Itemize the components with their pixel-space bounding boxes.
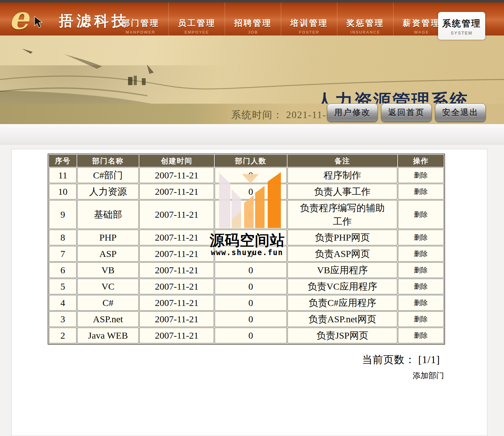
table-row: 4 C# 2007-11-21 0 负责C#应用程序 删除 <box>49 295 444 311</box>
cell-remark: 负责ASP网页 <box>287 246 397 262</box>
cell-created: 2007-11-21 <box>139 311 214 327</box>
nav-label: 招聘管理 <box>225 18 281 29</box>
cell-dept-name: PHP <box>77 230 139 245</box>
delete-link[interactable]: 删除 <box>414 210 428 218</box>
nav-sublabel: JOB <box>225 30 281 35</box>
return-home-button[interactable]: 返回首页 <box>381 103 432 122</box>
cell-created: 2007-11-21 <box>139 246 214 262</box>
delete-link[interactable]: 删除 <box>414 331 428 339</box>
pagination: 当前页数： [1/1] <box>362 353 440 367</box>
safe-logout-button[interactable]: 安全退出 <box>435 103 486 122</box>
cell-headcount: 0 <box>215 230 287 245</box>
table-row: 3 ASP.net 2007-11-21 0 负责ASP.net网页 删除 <box>49 311 444 327</box>
cell-headcount: 0 <box>215 279 287 294</box>
cell-dept-name: VC <box>77 279 139 294</box>
nav-label: 奖惩管理 <box>337 18 393 29</box>
nav-sublabel: EMPOYEE <box>169 30 225 35</box>
cell-remark: 程序制作 <box>287 167 397 183</box>
cell-created: 2007-11-21 <box>139 230 214 245</box>
table-row: 9 基础部 2007-11-21 0 负责程序编写的辅助工作 删除 <box>49 200 444 229</box>
top-nav-bar: e 捂滤科技 部门管理 MANPOWER 员工管理 EMPOYEE 招聘管理 J… <box>0 0 504 35</box>
cell-action: 删除 <box>398 262 444 278</box>
cell-created: 2007-11-21 <box>139 328 214 343</box>
breadcrumb-bar: 部门管理>部门查询 <box>0 124 504 144</box>
cell-dept-name: ASP <box>77 246 139 262</box>
cell-remark: 负责C#应用程序 <box>287 295 397 311</box>
delete-link[interactable]: 删除 <box>414 250 428 258</box>
cell-headcount: 0 <box>215 200 287 229</box>
cell-seq: 5 <box>49 279 77 294</box>
cell-remark: 负责程序编写的辅助工作 <box>287 200 397 229</box>
cell-seq: 7 <box>49 246 77 262</box>
system-time-value: 2021-11-6 <box>286 109 332 120</box>
nav-item-system-active[interactable]: 系统管理 SYSTEM <box>438 12 485 40</box>
cell-dept-name: C# <box>77 295 139 311</box>
table-row: 11 C#部门 2007-11-21 0 程序制作 删除 <box>49 167 444 183</box>
cell-seq: 4 <box>49 295 77 311</box>
nav-sublabel: SYSTEM <box>438 30 485 35</box>
nav-item-rewards[interactable]: 奖惩管理 INSURANCE <box>337 3 393 35</box>
top-dark-strip <box>0 0 504 3</box>
cell-headcount: 0 <box>215 311 287 327</box>
department-table: 序号 部门名称 创建时间 部门人数 备注 操作 11 C#部门 2007-11-… <box>48 154 445 345</box>
delete-link[interactable]: 删除 <box>414 299 428 307</box>
table-row: 6 VB 2007-11-21 0 VB应用程序 删除 <box>49 262 444 278</box>
cell-created: 2007-11-21 <box>139 167 214 183</box>
delete-link[interactable]: 删除 <box>414 233 428 241</box>
cell-remark: VB应用程序 <box>287 262 397 278</box>
cell-headcount: 0 <box>215 295 287 311</box>
cell-action: 删除 <box>398 184 444 199</box>
delete-link[interactable]: 删除 <box>414 315 428 323</box>
nav-label: 员工管理 <box>169 18 225 29</box>
company-logo-icon: e <box>9 3 37 35</box>
cell-dept-name: 人力资源 <box>77 184 139 199</box>
table-row: 5 VC 2007-11-21 0 负责VC应用程序 删除 <box>49 279 444 294</box>
nav-item-training[interactable]: 培训管理 FOSTER <box>281 3 337 35</box>
nav-label: 系统管理 <box>438 18 485 30</box>
table-row: 2 Java WEB 2007-11-21 0 负责JSP网页 删除 <box>49 328 444 343</box>
pagination-label: 当前页数： <box>362 354 416 365</box>
nav-item-employees[interactable]: 员工管理 EMPOYEE <box>169 3 225 35</box>
page-title: 人力资源管理系统 <box>316 89 469 104</box>
table-header-row: 序号 部门名称 创建时间 部门人数 备注 操作 <box>49 155 444 167</box>
nav-item-recruiting[interactable]: 招聘管理 JOB <box>225 3 281 35</box>
cell-action: 删除 <box>398 167 444 183</box>
cell-headcount: 0 <box>215 167 287 183</box>
cell-seq: 2 <box>49 328 77 343</box>
table-row: 7 ASP 2007-11-21 0 负责ASP网页 删除 <box>49 246 444 262</box>
delete-link[interactable]: 删除 <box>414 171 428 179</box>
cell-headcount: 0 <box>215 328 287 343</box>
delete-link[interactable]: 删除 <box>414 266 428 274</box>
cell-remark: 负责PHP网页 <box>287 230 397 245</box>
table-row: 10 人力资源 2007-11-21 0 负责人事工作 删除 <box>49 184 444 199</box>
nav-sublabel: INSURANCE <box>337 30 393 35</box>
col-header-action: 操作 <box>398 155 444 167</box>
cell-created: 2007-11-21 <box>139 295 214 311</box>
cell-created: 2007-11-21 <box>139 262 214 278</box>
cell-remark: 负责ASP.net网页 <box>287 311 397 327</box>
cell-seq: 8 <box>49 230 77 245</box>
cell-action: 删除 <box>398 200 444 229</box>
add-department-link[interactable]: 添加部门 <box>413 370 444 381</box>
col-header-seq: 序号 <box>49 155 77 167</box>
cell-seq: 9 <box>49 200 77 229</box>
cell-action: 删除 <box>398 246 444 262</box>
cell-dept-name: VB <box>77 262 139 278</box>
nav-item-departments[interactable]: 部门管理 MANPOWER <box>112 3 169 35</box>
col-header-remark: 备注 <box>287 155 397 167</box>
nav-sublabel: FOSTER <box>281 30 337 35</box>
system-time-label: 系统时间： <box>231 109 283 120</box>
cell-seq: 3 <box>49 311 77 327</box>
cell-seq: 6 <box>49 262 77 278</box>
delete-link[interactable]: 删除 <box>414 282 428 290</box>
cell-created: 2007-11-21 <box>139 184 214 199</box>
nav-label: 培训管理 <box>281 18 337 29</box>
delete-link[interactable]: 删除 <box>414 188 428 195</box>
system-time: 系统时间： 2021-11-6 <box>231 108 332 122</box>
col-header-created: 创建时间 <box>139 155 214 167</box>
user-edit-button[interactable]: 用户修改 <box>327 103 378 122</box>
cell-headcount: 0 <box>215 246 287 262</box>
cell-dept-name: Java WEB <box>77 328 139 343</box>
cell-seq: 10 <box>49 184 77 199</box>
pagination-value: [1/1] <box>418 354 440 365</box>
